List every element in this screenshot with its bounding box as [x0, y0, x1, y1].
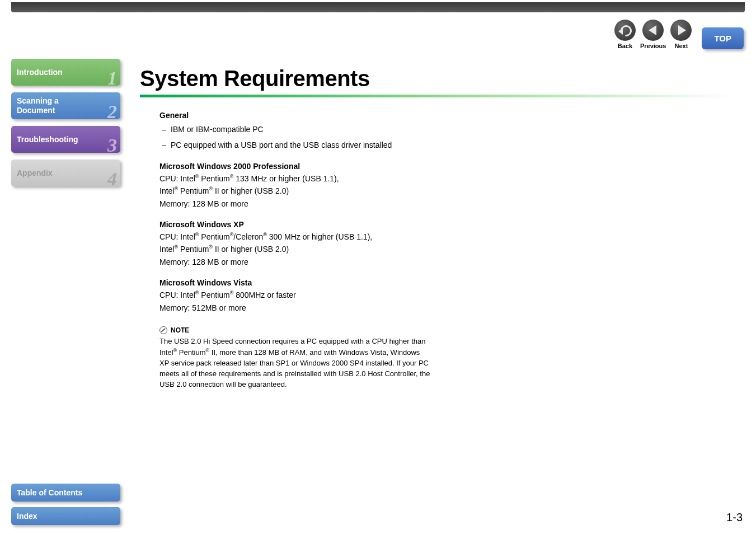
tab-label: Introduction — [17, 68, 63, 77]
top-decorative-bar — [11, 2, 745, 12]
winxp-cpu2: Intel® Pentium® II or higher (USB 2.0) — [159, 243, 431, 255]
note-header: NOTE — [159, 326, 431, 334]
tab-appendix[interactable]: Appendix 4 — [11, 160, 120, 186]
next-label: Next — [675, 43, 688, 49]
winxp-memory: Memory: 128 MB or more — [159, 256, 431, 268]
back-icon — [614, 20, 636, 41]
tab-scanning[interactable]: Scanning aDocument 2 — [11, 92, 120, 119]
winvista-cpu: CPU: Intel® Pentium® 800MHz or faster — [159, 289, 431, 301]
win2000-heading: Microsoft Windows 2000 Professional — [159, 162, 431, 171]
list-item: PC equipped with a USB port and the USB … — [159, 139, 431, 151]
page-number: 1-3 — [726, 511, 743, 524]
main-content: System Requirements General IBM or IBM-c… — [140, 66, 734, 390]
note-block: NOTE The USB 2.0 Hi Speed connection req… — [159, 326, 431, 390]
note-label: NOTE — [171, 326, 189, 334]
win2000-cpu: CPU: Intel® Pentium® 133 MHz or higher (… — [159, 172, 431, 185]
general-heading: General — [159, 111, 431, 120]
next-nav[interactable]: Next — [670, 20, 692, 49]
content-body: General IBM or IBM-compatible PC PC equi… — [140, 111, 431, 390]
previous-nav[interactable]: Previous — [640, 20, 666, 49]
note-icon — [159, 326, 167, 334]
previous-label: Previous — [640, 43, 666, 49]
tab-number: 2 — [107, 101, 117, 123]
tab-troubleshooting[interactable]: Troubleshooting 3 — [11, 126, 120, 153]
tab-label: Appendix — [17, 168, 53, 178]
toc-button[interactable]: Table of Contents — [11, 484, 120, 502]
next-icon — [670, 20, 692, 41]
top-button[interactable]: TOP — [702, 27, 744, 49]
tab-label: Scanning aDocument — [17, 96, 59, 115]
tab-label: Troubleshooting — [17, 135, 78, 144]
index-button[interactable]: Index — [11, 507, 120, 525]
back-nav[interactable]: Back — [614, 20, 636, 49]
winxp-cpu: CPU: Intel® Pentium®/Celeron® 300 MHz or… — [159, 231, 431, 243]
top-navigation: Back Previous Next TOP — [614, 20, 744, 49]
tab-number: 3 — [107, 135, 117, 156]
winvista-memory: Memory: 512MB or more — [159, 302, 431, 314]
general-list: IBM or IBM-compatible PC PC equipped wit… — [159, 123, 431, 152]
win2000-cpu2: Intel® Pentium® II or higher (USB 2.0) — [159, 185, 431, 197]
previous-icon — [642, 20, 664, 41]
winvista-heading: Microsoft Windows Vista — [159, 278, 431, 287]
back-label: Back — [618, 43, 632, 49]
page-title: System Requirements — [140, 66, 734, 91]
tab-number: 4 — [107, 168, 117, 190]
winxp-heading: Microsoft Windows XP — [159, 220, 431, 229]
tab-introduction[interactable]: Introduction 1 — [11, 59, 120, 86]
note-text: The USB 2.0 Hi Speed connection requires… — [159, 336, 431, 390]
title-underline — [140, 95, 734, 97]
win2000-memory: Memory: 128 MB or more — [159, 198, 431, 210]
list-item: IBM or IBM-compatible PC — [159, 123, 431, 135]
tab-number: 1 — [107, 68, 117, 89]
sidebar: Introduction 1 Scanning aDocument 2 Trou… — [11, 59, 120, 186]
bottom-navigation: Table of Contents Index — [11, 484, 120, 525]
